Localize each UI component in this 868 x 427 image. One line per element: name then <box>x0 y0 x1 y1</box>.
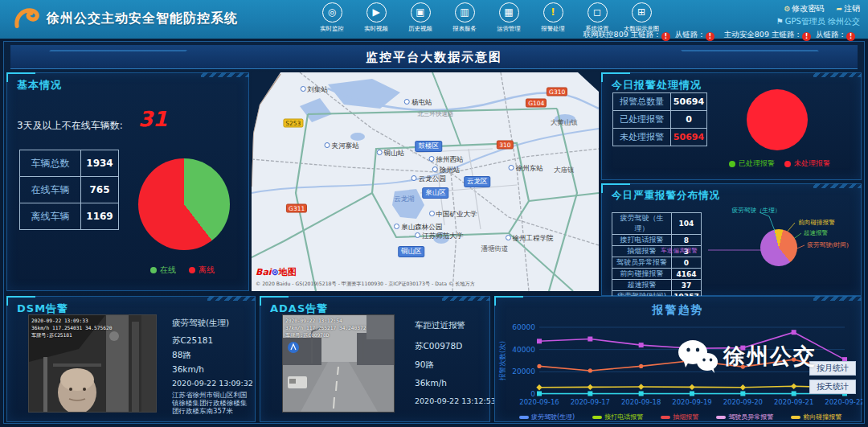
road-badge: G310 <box>547 88 567 96</box>
data-point <box>690 346 694 351</box>
nav-report-service[interactable]: ▥ 报表服务 <box>448 2 481 33</box>
user-flag-icon: ⚑ <box>776 17 784 26</box>
data-point <box>537 364 541 368</box>
stat-by-day-button[interactable]: 按天统计 <box>809 380 856 394</box>
y-tick-label: 40000 <box>512 346 535 354</box>
report-chart-icon: ▥ <box>455 2 475 23</box>
location-monitor-icon: ◎ <box>322 2 342 23</box>
app-logo-icon <box>13 6 40 33</box>
calendar-icon: ▦ <box>499 2 519 23</box>
y-axis-label: 报警次数(次) <box>498 341 506 381</box>
legend-item[interactable]: 驾驶员异常报警 <box>716 413 773 421</box>
stat-by-month-button[interactable]: 按月统计 <box>809 361 856 376</box>
y-tick-label: 20000 <box>512 367 535 376</box>
change-password-link[interactable]: ⚙修改密码 <box>784 4 824 13</box>
data-point <box>638 384 644 389</box>
gear-icon: ⚙ <box>784 5 790 13</box>
logout-link[interactable]: ➦注销 <box>836 4 860 13</box>
link-error-icon: ! <box>802 32 811 41</box>
panel-title: 基本情况 <box>17 78 62 92</box>
map-label-station: 云龙公园 <box>411 174 446 184</box>
offline-3days-label: 3天及以上不在线车辆数: <box>17 119 123 133</box>
alarm-exclamation-icon: ! <box>543 2 563 23</box>
legend-item-unhandled[interactable]: 未处理报警 <box>784 158 830 169</box>
photo-overlay-plate: 车牌号:苏C00978D <box>285 332 329 339</box>
legend-label: 前向碰撞报警 <box>803 413 841 421</box>
legend-item-offline[interactable]: 离线 <box>189 265 215 276</box>
x-tick-label: 2020-09-18 <box>621 398 661 406</box>
legend-marker <box>592 416 602 419</box>
baidu-map-logo[interactable]: Bai⊛地图 <box>256 266 297 278</box>
pie-callout-label: 超速报警 <box>804 228 828 236</box>
x-tick-label: 2020-09-20 <box>723 398 763 406</box>
data-point <box>740 391 745 396</box>
online-offline-pie-chart <box>138 158 230 250</box>
map-label-district: 云龙区 <box>464 176 491 187</box>
dsm-driver-photo[interactable]: 2020-09-22 13:09:33 36km/h 117.254031 34… <box>28 314 157 413</box>
map-label-town: 潘塘街道 <box>481 244 508 254</box>
x-tick-label: 2020-09-22 <box>825 398 862 406</box>
adas-road-photo[interactable]: 2020-09-22 13:12:54 37km/h 117.265217 34… <box>282 314 395 413</box>
data-point <box>792 358 796 362</box>
legend-item-handled[interactable]: 已处理报警 <box>729 158 775 169</box>
logout-arrow-icon: ➦ <box>836 5 842 13</box>
data-point <box>588 384 593 390</box>
legend-marker <box>791 416 800 419</box>
severe-alarm-pie-chart <box>760 229 797 266</box>
data-point <box>740 384 746 390</box>
y-tick-label: 0 <box>530 390 535 398</box>
dsm-alarm-type: 疲劳驾驶(生理) <box>172 318 229 329</box>
x-tick-label: 2020-09-21 <box>774 398 813 406</box>
pie-callout-label: 车道偏离报警 <box>661 246 698 254</box>
map-label-town: 大黄山镇 <box>551 118 578 128</box>
nav-realtime-monitor[interactable]: ◎ 实时监控 <box>315 2 349 33</box>
nav-operation-mgmt[interactable]: ▦ 运营管理 <box>492 2 526 33</box>
legend-item-online[interactable]: 在线 <box>150 265 176 276</box>
map-label-district: 泉山区 <box>422 187 449 199</box>
adas-alarm-type: 车距过近报警 <box>415 320 465 331</box>
nav-alarm-handling[interactable]: ! 报警处理 <box>536 2 570 33</box>
map-label-station: 徐州西站 <box>428 155 463 165</box>
map-label-station: 夹河寨站 <box>325 142 359 151</box>
map-label-station: 中国矿业大学 <box>429 210 477 220</box>
legend-item[interactable]: 抽烟报警 <box>661 413 698 421</box>
data-point <box>740 346 745 351</box>
table-row: 在线车辆765 <box>20 177 119 203</box>
road-badge: 310 <box>497 140 513 149</box>
legend-item[interactable]: 接打电话报警 <box>592 413 643 421</box>
x-tick-label: 2020-09-17 <box>571 398 610 406</box>
legend-label: 疲劳驾驶(生理) <box>531 413 575 421</box>
legend-item[interactable]: 疲劳驾驶(生理) <box>519 413 575 421</box>
map-label-station: 铜山站 <box>377 149 405 158</box>
dsm-address: 江苏省徐州市铜山区利国镇徐楼集团行政楼徐楼集团行政楼东南357米 <box>172 391 252 415</box>
link-error-icon: ! <box>706 32 714 41</box>
data-point <box>690 391 694 396</box>
legend-item[interactable]: 前向碰撞报警 <box>791 413 841 421</box>
app-root: 徐州公交主动安全智能防控系统 ◎ 实时监控 ▶ 实时视频 ▣ 历史视频 ▥ 报表… <box>0 0 868 427</box>
table-row: 离线车辆1169 <box>20 203 119 230</box>
map-label-station: 杨屯站 <box>404 98 432 108</box>
alarm-stats-table: 报警总数量50694 已处理报警0 未处理报警50694 <box>612 92 707 146</box>
map-label-station: 徐州工程学院 <box>506 234 554 244</box>
map-label-roadname: 北三环快速路 <box>417 110 453 118</box>
legend-marker <box>716 416 726 419</box>
dsm-time: 2020-09-22 13:09:32 <box>172 379 253 388</box>
data-point <box>588 391 592 396</box>
nav-history-video[interactable]: ▣ 历史视频 <box>403 2 437 33</box>
data-point <box>639 391 644 396</box>
panel-severe-alarm-today: 今日严重报警分布情况 疲劳驾驶（生理）104 接打电话报警8 抽烟报警3 驾驶员… <box>601 183 862 296</box>
legend-label: 抽烟报警 <box>673 413 698 421</box>
current-user[interactable]: ⚑GPS管理员 徐州公交 <box>583 16 860 27</box>
video-camera-icon: ▶ <box>366 2 387 23</box>
dsm-route: 88路 <box>172 350 191 361</box>
history-video-icon: ▣ <box>411 2 431 23</box>
x-tick-label: 2020-09-16 <box>519 398 559 406</box>
baidu-map[interactable]: Bai⊛地图 © 2020 Baidu - GS(2019)5218号 - 甲测… <box>252 72 599 291</box>
trend-chart-legend: 疲劳驾驶(生理)接打电话报警抽烟报警驾驶员异常报警前向碰撞报警 <box>519 413 841 421</box>
data-point <box>537 339 542 343</box>
nav-realtime-video[interactable]: ▶ 实时视频 <box>359 2 393 33</box>
road-badge: G104 <box>526 99 547 108</box>
series-line-车道偏离报警 <box>539 332 845 359</box>
map-label-station: 刘集站 <box>301 85 329 95</box>
data-point <box>639 364 643 368</box>
